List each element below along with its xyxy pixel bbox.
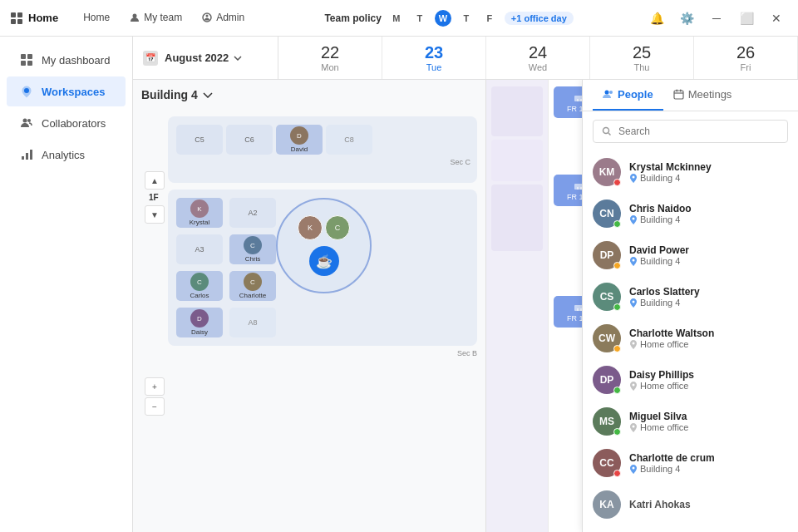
svg-point-33 bbox=[633, 218, 635, 220]
person-daisy-phillips[interactable]: DP Daisy Phillips Home office bbox=[583, 359, 798, 401]
month-selector[interactable]: August 2022 bbox=[165, 52, 242, 64]
nav-tab-myteam[interactable]: My team bbox=[121, 8, 190, 28]
meetings-tab-icon bbox=[673, 89, 684, 100]
person-charlotte-waltson[interactable]: CW Charlotte Waltson Home office bbox=[583, 318, 798, 359]
status-dot-red-2 bbox=[613, 470, 621, 477]
desk-C8[interactable]: C8 bbox=[326, 125, 372, 155]
person-katri-ahokas[interactable]: KA Katri Ahokas bbox=[583, 484, 798, 525]
daisy-location: Home office bbox=[629, 381, 788, 391]
floor-area: Building 4 ▲ 1F ▼ C5 C6 D David bbox=[133, 80, 798, 532]
svg-rect-9 bbox=[21, 61, 26, 66]
desk-A3[interactable]: A3 bbox=[176, 234, 223, 264]
section-b: K C ☕ K Krystal A2 A3 C Chris bbox=[168, 190, 477, 346]
svg-point-34 bbox=[633, 259, 635, 262]
sidebar-label-analytics: Analytics bbox=[42, 149, 85, 161]
sidebar-item-dashboard[interactable]: My dashboard bbox=[7, 45, 126, 75]
svg-rect-3 bbox=[17, 19, 22, 24]
desk-daisy[interactable]: D Daisy bbox=[176, 308, 223, 337]
group-avatar-2: C bbox=[325, 215, 350, 240]
sidebar-label-dashboard: My dashboard bbox=[42, 54, 110, 66]
desk-C6[interactable]: C6 bbox=[226, 125, 273, 155]
maximize-icon[interactable]: ⬜ bbox=[735, 7, 758, 30]
app-title: Home bbox=[28, 12, 58, 24]
day-F: F bbox=[481, 10, 498, 27]
sidebar-item-collaborators[interactable]: Collaborators bbox=[7, 108, 126, 138]
search-input[interactable] bbox=[618, 126, 779, 137]
svg-point-13 bbox=[27, 119, 31, 122]
floor-controls: ▲ 1F ▼ bbox=[145, 171, 165, 224]
svg-rect-14 bbox=[22, 156, 24, 160]
nav-tab-home[interactable]: Home bbox=[75, 8, 118, 28]
desk-C5[interactable]: C5 bbox=[176, 125, 223, 155]
svg-rect-18 bbox=[577, 99, 579, 101]
desk-krystal[interactable]: K Krystal bbox=[176, 198, 223, 228]
dashboard-icon bbox=[20, 53, 33, 66]
desk-david[interactable]: D David bbox=[276, 125, 323, 155]
svg-rect-15 bbox=[26, 153, 28, 160]
coffee-icon: ☕ bbox=[309, 246, 339, 276]
status-dot-green bbox=[613, 220, 621, 228]
floor-number: 1F bbox=[145, 191, 165, 204]
daisy-label: Daisy bbox=[191, 328, 208, 336]
cal-day-26: 26 Fri bbox=[694, 37, 798, 79]
building-name: Building 4 bbox=[141, 88, 198, 101]
sidebar-item-analytics[interactable]: Analytics bbox=[7, 140, 126, 170]
desk-chris[interactable]: C Chris bbox=[229, 234, 276, 264]
nav-right-icons: 🔔 ⚙️ ─ ⬜ ✕ bbox=[645, 7, 788, 30]
minimize-icon[interactable]: ─ bbox=[705, 7, 728, 30]
svg-rect-0 bbox=[11, 12, 16, 17]
team-policy-label: Team policy bbox=[324, 12, 381, 24]
sidebar-item-workspaces[interactable]: Workspaces bbox=[7, 76, 126, 106]
desk-charlotte[interactable]: C Charlotte bbox=[229, 271, 276, 301]
svg-point-37 bbox=[633, 384, 635, 387]
chevron-down-icon bbox=[234, 56, 242, 61]
grid-logo-icon bbox=[10, 12, 23, 25]
workspaces-icon bbox=[20, 85, 33, 98]
location-icon-3 bbox=[629, 256, 638, 266]
floor-down-btn[interactable]: ▼ bbox=[145, 205, 165, 224]
person-carlos-slattery[interactable]: CS Carlos Slattery Building 4 bbox=[583, 276, 798, 318]
status-dot-green-4 bbox=[613, 428, 621, 436]
chris-avatar: C bbox=[244, 236, 262, 254]
person-charlotte-de-crum[interactable]: CC Charlotte de crum Building 4 bbox=[583, 442, 798, 484]
desk-row-1c: C5 C6 D David C8 bbox=[175, 123, 470, 156]
analytics-icon bbox=[20, 148, 33, 161]
zoom-in-btn[interactable]: + bbox=[145, 377, 165, 396]
person-miguel-silva[interactable]: MS Miguel Silva Home office bbox=[583, 401, 798, 442]
location-icon-7 bbox=[629, 422, 638, 432]
settings-icon[interactable]: ⚙️ bbox=[675, 7, 698, 30]
person-david-power[interactable]: DP David Power Building 4 bbox=[583, 234, 798, 276]
chris-label: Chris bbox=[245, 255, 261, 263]
floor-up-btn[interactable]: ▲ bbox=[145, 171, 165, 190]
carlos-label: Carlos bbox=[190, 292, 209, 299]
location-icon-8 bbox=[629, 464, 638, 474]
charlotte-avatar: C bbox=[244, 273, 262, 291]
zoom-out-btn[interactable]: − bbox=[145, 397, 165, 416]
svg-rect-16 bbox=[30, 150, 32, 160]
desk-A8[interactable]: A8 bbox=[229, 308, 276, 337]
calendar-icon: 📅 bbox=[143, 51, 158, 66]
svg-point-32 bbox=[633, 176, 635, 179]
svg-point-31 bbox=[603, 128, 609, 134]
desk-carlos[interactable]: C Carlos bbox=[176, 271, 223, 301]
person-krystal-mckinney[interactable]: KM Krystal Mckinney Building 4 bbox=[583, 151, 798, 193]
svg-rect-24 bbox=[577, 308, 579, 311]
tab-people[interactable]: People bbox=[593, 80, 663, 111]
sec-c-label: Sec C bbox=[175, 158, 470, 166]
nav-tabs: Home My team Admin bbox=[75, 8, 253, 28]
admin-icon bbox=[202, 12, 212, 22]
main-content: 📅 August 2022 22 Mon 23 Tue 24 Wed 25 Th… bbox=[133, 37, 798, 532]
close-icon[interactable]: ✕ bbox=[765, 7, 788, 30]
day-T2: T bbox=[458, 10, 475, 27]
krystal-avatar: K bbox=[190, 200, 209, 218]
nav-tab-admin[interactable]: Admin bbox=[194, 8, 253, 28]
notification-icon[interactable]: 🔔 bbox=[645, 7, 668, 30]
desk-A2[interactable]: A2 bbox=[229, 198, 276, 228]
person-chris-naidoo[interactable]: CN Chris Naidoo Building 4 bbox=[583, 193, 798, 234]
search-box bbox=[593, 120, 788, 143]
tab-meetings[interactable]: Meetings bbox=[663, 80, 742, 111]
charlotte-decrum-name: Charlotte de crum bbox=[629, 452, 788, 464]
booking-22-2 bbox=[491, 140, 543, 181]
building-selector[interactable]: Building 4 bbox=[141, 88, 213, 101]
location-icon-2 bbox=[629, 214, 638, 224]
